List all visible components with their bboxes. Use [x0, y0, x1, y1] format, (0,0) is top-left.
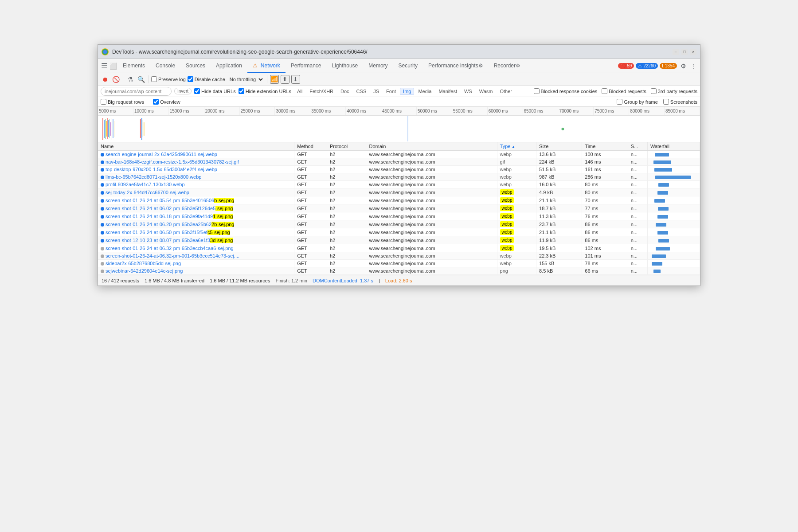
tab-console[interactable]: Console	[150, 59, 180, 73]
header-time[interactable]: Time	[582, 142, 628, 151]
tab-lighthouse[interactable]: Lighthouse	[327, 59, 364, 73]
preserve-log-checkbox[interactable]	[151, 76, 157, 82]
filter-type-wasm[interactable]: Wasm	[476, 88, 496, 95]
hide-extension-urls-label[interactable]: Hide extension URLs	[239, 88, 291, 94]
tab-recorder[interactable]: Recorder ⚙	[489, 59, 526, 73]
cell-type: webp	[497, 212, 536, 220]
hide-extension-urls-checkbox[interactable]	[239, 88, 244, 94]
more-options-icon[interactable]: ⋮	[689, 62, 698, 70]
cell-time: 101 ms	[582, 252, 628, 260]
header-name[interactable]: Name	[98, 142, 294, 151]
row-icon	[101, 254, 104, 258]
cell-s: n...	[628, 158, 647, 166]
devtools-menu-icon[interactable]: ☰	[100, 62, 109, 70]
table-row[interactable]: screen-shot-01-26-24-at-06.50-pm-65b3f15…	[98, 228, 700, 236]
filter-type-media[interactable]: Media	[415, 88, 434, 95]
header-waterfall[interactable]: Waterfall	[647, 142, 700, 151]
tab-network[interactable]: ⚠ Network	[247, 59, 286, 73]
group-by-frame-label[interactable]: Group by frame	[617, 99, 657, 105]
timeline-label: 15000 ms	[169, 107, 204, 115]
big-request-rows-checkbox[interactable]	[101, 99, 106, 105]
preserve-log-label[interactable]: Preserve log	[151, 76, 186, 82]
table-row[interactable]: top-desktop-970x200-1.5x-65d300af4e2f4-s…	[98, 166, 700, 173]
blocked-requests-label[interactable]: Blocked requests	[602, 88, 646, 94]
table-row[interactable]: screen-shot-01-26-24-at-06.20-pm-65b3ea2…	[98, 220, 700, 228]
table-row[interactable]: screen-shot-01-26-24-at-06.18-pm-65b3e9f…	[98, 212, 700, 220]
header-method[interactable]: Method	[294, 142, 327, 151]
network-table[interactable]: Name Method Protocol Domain Type▲ Size T…	[98, 142, 700, 275]
filter-type-all[interactable]: All	[294, 88, 305, 95]
filter-type-manifest[interactable]: Manifest	[435, 88, 460, 95]
throttle-select[interactable]: No throttling	[227, 75, 264, 84]
table-row[interactable]: screen-shot-12-10-23-at-08.07-pm-65b3ea6…	[98, 236, 700, 244]
header-type[interactable]: Type▲	[497, 142, 536, 151]
screenshots-label[interactable]: Screenshots	[663, 99, 697, 105]
big-request-rows-label[interactable]: Big request rows	[101, 99, 144, 105]
filter-type-ws[interactable]: WS	[461, 88, 475, 95]
close-button[interactable]: ×	[690, 49, 696, 55]
table-row[interactable]: screen-shot-01-26-24-at-06.32-pm-001-65b…	[98, 252, 700, 260]
invert-button[interactable]: Invert	[174, 88, 192, 94]
table-row[interactable]: sejwebinar-642d29604e14c-sej.pngGETh2www…	[98, 267, 700, 275]
maximize-button[interactable]: □	[681, 49, 688, 55]
window-controls: − □ ×	[673, 49, 696, 55]
tab-sources[interactable]: Sources	[180, 59, 211, 73]
table-row[interactable]: sidebar2x-65b287680b5dd-sej.pngGETh2www.…	[98, 260, 700, 267]
tab-elements[interactable]: Elements	[117, 59, 150, 73]
filter-type-fetch/xhr[interactable]: Fetch/XHR	[306, 88, 336, 95]
hide-data-urls-checkbox[interactable]	[194, 88, 200, 94]
record-button[interactable]: ⏺	[101, 75, 110, 84]
disable-cache-label[interactable]: Disable cache	[188, 76, 225, 82]
filter-type-font[interactable]: Font	[383, 88, 399, 95]
minimize-button[interactable]: −	[673, 49, 679, 55]
table-row[interactable]: llms-bc-65b7642cd8071-sej-1520x800.webpG…	[98, 173, 700, 181]
filter-type-img[interactable]: Img	[400, 88, 414, 95]
table-row[interactable]: nav-bar-168x48-ezgif.com-resize-1.5x-65d…	[98, 158, 700, 166]
wifi-icon[interactable]: 📶	[270, 75, 279, 84]
blocked-cookies-checkbox[interactable]	[534, 88, 540, 94]
clear-button[interactable]: 🚫	[111, 75, 120, 84]
third-party-label[interactable]: 3rd-party requests	[651, 88, 697, 94]
search-icon[interactable]: 🔍	[137, 75, 145, 84]
timeline-chart[interactable]	[98, 116, 700, 141]
tab-security[interactable]: Security	[393, 59, 423, 73]
header-protocol[interactable]: Protocol	[327, 142, 366, 151]
svg-rect-7	[110, 122, 111, 136]
header-domain[interactable]: Domain	[366, 142, 497, 151]
tab-performance[interactable]: Performance	[286, 59, 327, 73]
inspect-icon[interactable]: ⬜	[109, 62, 117, 70]
disable-cache-checkbox[interactable]	[188, 76, 193, 82]
filter-type-doc[interactable]: Doc	[337, 88, 352, 95]
screenshots-checkbox[interactable]	[663, 99, 669, 105]
filter-right: Blocked response cookies Blocked request…	[534, 88, 697, 94]
table-row[interactable]: screen-shot-01-26-24-at-06.02-pm-65b3e5f…	[98, 204, 700, 212]
cell-method: GET	[294, 158, 327, 166]
tab-application[interactable]: Application	[211, 59, 247, 73]
cell-method: GET	[294, 236, 327, 244]
row-icon	[101, 239, 104, 243]
table-row[interactable]: search-engine-journal-2x-63a425d990611-s…	[98, 151, 700, 158]
tab-performance-insights[interactable]: Performance insights ⚙	[423, 59, 489, 73]
import-icon[interactable]: ⬇	[291, 75, 300, 84]
filter-type-css[interactable]: CSS	[353, 88, 370, 95]
table-row[interactable]: profil-6092ae5fa41c7-130x130.webpGETh2ww…	[98, 181, 700, 188]
table-row[interactable]: screen-shot-01-26-24-at-05.54-pm-65b3e40…	[98, 196, 700, 204]
overview-label[interactable]: Overview	[153, 99, 180, 105]
filter-type-js[interactable]: JS	[370, 88, 382, 95]
header-size[interactable]: Size	[536, 142, 582, 151]
filter-type-other[interactable]: Other	[497, 88, 515, 95]
third-party-checkbox[interactable]	[651, 88, 657, 94]
overview-checkbox[interactable]	[153, 99, 159, 105]
blocked-cookies-label[interactable]: Blocked response cookies	[534, 88, 598, 94]
blocked-requests-checkbox[interactable]	[602, 88, 607, 94]
filter-icon[interactable]: ⚗	[126, 75, 135, 84]
group-by-frame-checkbox[interactable]	[617, 99, 622, 105]
table-row[interactable]: sej-today-2x-644d47cc66700-sej.webpGETh2…	[98, 188, 700, 196]
export-icon[interactable]: ⬆	[281, 75, 289, 84]
url-filter-input[interactable]	[105, 89, 162, 94]
tab-memory[interactable]: Memory	[363, 59, 393, 73]
table-row[interactable]: screen-shot-01-26-24-at-06.32-pm-65b3ecc…	[98, 244, 700, 252]
settings-icon[interactable]: ⚙	[679, 62, 688, 70]
header-s[interactable]: S...	[628, 142, 647, 151]
hide-data-urls-label[interactable]: Hide data URLs	[194, 88, 236, 94]
